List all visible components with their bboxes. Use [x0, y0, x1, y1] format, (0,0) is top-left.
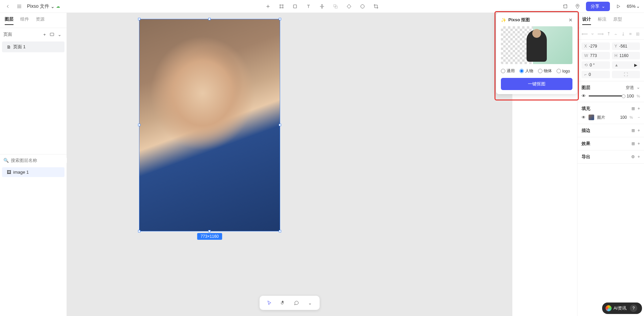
add-stroke-icon[interactable]: + — [638, 128, 640, 133]
prop-radius-expand[interactable]: ⛶ — [612, 71, 640, 78]
align-right-icon[interactable]: ⟹ — [598, 31, 604, 37]
section-fill: 填充 ⊞+ 👁 图片 100% − — [578, 102, 644, 124]
pointer-tool[interactable] — [266, 299, 273, 307]
cutout-action-button[interactable]: 一键抠图 — [501, 78, 572, 90]
shape-tool[interactable] — [291, 3, 299, 10]
align-bottom-icon[interactable]: ⤓ — [621, 31, 626, 37]
resize-handle[interactable] — [138, 230, 140, 232]
collapse-pages-icon[interactable]: ⌄ — [56, 31, 63, 38]
align-hcenter-icon[interactable]: ⫟ — [590, 31, 595, 37]
fill-type[interactable]: 图片 — [597, 115, 605, 120]
location-icon[interactable] — [574, 3, 581, 10]
boolean-tool[interactable] — [332, 3, 339, 10]
move-tool[interactable] — [318, 3, 326, 10]
opacity-slider[interactable] — [589, 95, 624, 96]
style-icon[interactable]: ⊞ — [632, 128, 635, 133]
prop-radius[interactable]: ⌐0 — [582, 71, 610, 78]
layer-item[interactable]: 🖼 image 1 — [2, 167, 64, 177]
visibility-icon[interactable]: 👁 — [582, 115, 586, 120]
hand-tool[interactable] — [279, 299, 287, 307]
cutout-preview — [501, 26, 572, 64]
svg-point-17 — [577, 5, 578, 6]
left-panel-tabs: 图层 组件 资源 — [0, 13, 66, 28]
resize-handle[interactable] — [279, 230, 281, 232]
pages-label: 页面 — [3, 31, 12, 37]
resize-handle[interactable] — [138, 18, 140, 20]
tidy-icon[interactable]: ⊞ — [636, 31, 640, 37]
watermark-icon — [606, 305, 612, 311]
back-icon[interactable] — [4, 3, 11, 10]
text-tool[interactable] — [305, 3, 312, 10]
prop-y[interactable]: Y-561 — [612, 42, 640, 50]
tab-design[interactable]: 设计 — [582, 16, 591, 25]
right-panel: 设计 标注 原型 ⟸ ⫟ ⟹ ⤒ ⫠ ⤓ ≡ ⊞ X-279 Y-561 W77… — [577, 13, 644, 316]
prop-w[interactable]: W773 — [582, 52, 610, 59]
add-page-icon[interactable]: + — [41, 31, 48, 38]
crop-tool[interactable] — [372, 3, 380, 10]
tab-assets[interactable]: 资源 — [36, 16, 45, 25]
export-settings-icon[interactable]: ⚙ — [631, 154, 635, 159]
selected-image[interactable] — [139, 19, 280, 231]
page-folder-icon[interactable] — [48, 31, 56, 38]
radio-logo[interactable]: logo — [557, 68, 570, 74]
comment-tool[interactable] — [293, 299, 300, 307]
right-panel-tabs: 设计 标注 原型 — [578, 13, 644, 28]
resize-handle[interactable] — [279, 124, 281, 126]
plugins-icon[interactable] — [562, 3, 569, 10]
resize-handle[interactable] — [208, 18, 211, 20]
opacity-value[interactable]: 100 — [627, 93, 634, 98]
play-icon[interactable] — [615, 3, 622, 10]
ellipse-tool[interactable] — [359, 3, 366, 10]
magic-wand-icon: ✨ — [501, 18, 506, 23]
chevron-down-icon: ⌄ — [636, 4, 640, 9]
more-tools-icon[interactable]: ⌄ — [306, 299, 314, 307]
add-fill-icon[interactable]: + — [638, 106, 640, 111]
tab-components[interactable]: 组件 — [20, 16, 29, 25]
page-item[interactable]: 🗎 页面 1 — [2, 41, 64, 52]
remove-fill-icon[interactable]: − — [638, 115, 640, 120]
visibility-icon[interactable]: 👁 — [582, 93, 586, 98]
radio-object[interactable]: 物体 — [538, 68, 552, 74]
prop-h[interactable]: H1160 — [612, 52, 640, 59]
menu-icon[interactable] — [16, 3, 23, 10]
section-title: 图层 — [582, 85, 590, 91]
component-tool[interactable] — [345, 3, 353, 10]
tab-prototype[interactable]: 原型 — [613, 16, 622, 25]
search-input[interactable] — [11, 158, 68, 163]
search-icon: 🔍 — [3, 158, 9, 163]
align-top-icon[interactable]: ⤒ — [607, 31, 611, 37]
file-name[interactable]: Pixso 文件 ⌄ ☁ — [27, 3, 60, 9]
fill-swatch[interactable] — [588, 114, 594, 120]
zoom-control[interactable]: 65% ⌄ — [627, 4, 640, 9]
share-button[interactable]: 分享 ⌄ — [586, 2, 610, 11]
align-vcenter-icon[interactable]: ⫠ — [614, 31, 618, 37]
svg-marker-18 — [617, 5, 620, 8]
svg-point-15 — [361, 4, 365, 8]
resize-handle[interactable] — [208, 230, 211, 232]
align-left-icon[interactable]: ⟸ — [582, 31, 588, 37]
radio-general[interactable]: 通用 — [501, 68, 515, 74]
blend-mode[interactable]: 穿透 — [626, 85, 634, 91]
add-tool[interactable] — [264, 3, 272, 10]
frame-tool[interactable] — [278, 3, 285, 10]
help-icon[interactable]: ? — [630, 305, 637, 312]
prop-x[interactable]: X-279 — [582, 42, 610, 50]
top-toolbar: Pixso 文件 ⌄ ☁ 分享 ⌄ 65% ⌄ — [0, 0, 644, 13]
radio-person[interactable]: 人物 — [519, 68, 533, 74]
tab-inspect[interactable]: 标注 — [598, 16, 607, 25]
chevron-down-icon[interactable]: ⌄ — [637, 85, 640, 91]
prop-rotation[interactable]: ⟲0 ° — [582, 61, 610, 69]
style-icon[interactable]: ⊞ — [632, 141, 635, 146]
tab-layers[interactable]: 图层 — [5, 16, 14, 25]
canvas[interactable]: 773×1160 ⌄ — [67, 13, 512, 316]
add-effect-icon[interactable]: + — [638, 141, 640, 146]
selection-box[interactable]: 773×1160 — [139, 19, 280, 231]
style-icon[interactable]: ⊞ — [632, 106, 635, 111]
distribute-icon[interactable]: ≡ — [628, 31, 633, 37]
add-export-icon[interactable]: + — [638, 154, 640, 159]
prop-flip[interactable]: ▲▶ — [612, 61, 640, 69]
fill-opacity[interactable]: 100 — [620, 115, 627, 120]
resize-handle[interactable] — [279, 18, 281, 20]
close-icon[interactable]: ✕ — [569, 18, 572, 23]
resize-handle[interactable] — [138, 124, 140, 126]
